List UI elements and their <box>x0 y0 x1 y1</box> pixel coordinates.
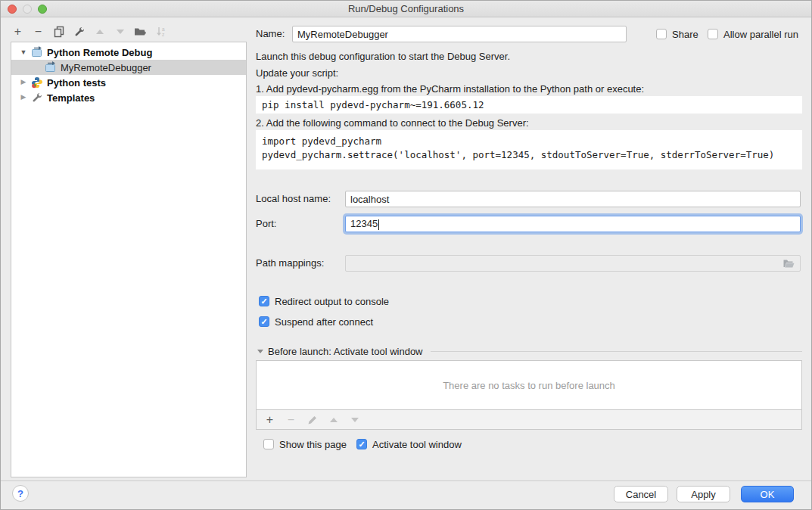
move-up-icon <box>93 26 106 39</box>
tree-item-python-tests[interactable]: ▶ Python tests <box>11 75 246 90</box>
close-window-button[interactable] <box>8 5 17 14</box>
activate-tool-window-checkbox-row[interactable]: ✓ Activate tool window <box>356 438 462 450</box>
wrench-icon <box>31 92 43 104</box>
text-caret <box>378 219 379 230</box>
name-label: Name: <box>256 26 285 42</box>
path-mappings-input[interactable] <box>345 255 801 272</box>
suspend-after-connect-checkbox-row[interactable]: ✓ Suspend after connect <box>259 316 373 328</box>
zoom-window-button[interactable] <box>38 5 47 14</box>
instructions-step2: 2. Add the following command to connect … <box>256 117 529 129</box>
remote-debug-icon <box>45 61 57 73</box>
redirect-output-checkbox-row[interactable]: ✓ Redirect output to console <box>259 295 389 307</box>
help-button[interactable]: ? <box>12 485 29 502</box>
svg-text:z: z <box>162 32 164 37</box>
remote-debug-icon <box>31 46 43 58</box>
suspend-after-connect-label: Suspend after connect <box>275 316 373 328</box>
before-launch-task-list[interactable]: There are no tasks to run before launch <box>256 360 802 410</box>
configurations-tree: ▼ Python Remote Debug MyRemoteDebugger ▶… <box>11 42 247 477</box>
share-checkbox-row[interactable]: Share <box>656 28 698 40</box>
svg-text:a: a <box>162 26 165 32</box>
local-host-name-label: Local host name: <box>256 191 331 207</box>
tree-item-label: Python Remote Debug <box>47 47 152 58</box>
activate-tool-window-label: Activate tool window <box>372 439 462 450</box>
local-host-name-input[interactable] <box>345 191 801 207</box>
expand-arrow-icon[interactable]: ▼ <box>20 48 27 56</box>
move-down-icon <box>114 26 126 39</box>
cancel-button[interactable]: Cancel <box>614 486 668 502</box>
allow-parallel-run-label: Allow parallel run <box>723 29 798 40</box>
before-launch-header[interactable]: Before launch: Activate tool window <box>257 346 802 357</box>
window-title: Run/Debug Configurations <box>1 1 811 17</box>
collapse-arrow-icon[interactable]: ▶ <box>20 93 27 102</box>
redirect-output-label: Redirect output to console <box>275 296 389 307</box>
copy-icon[interactable] <box>52 26 65 39</box>
share-checkbox[interactable] <box>656 29 667 39</box>
collapse-arrow-icon[interactable]: ▶ <box>20 78 27 87</box>
move-task-down-icon <box>348 413 361 426</box>
show-this-page-checkbox[interactable] <box>263 439 274 449</box>
footer-divider <box>1 480 811 481</box>
new-folder-icon[interactable] <box>134 26 147 39</box>
before-launch-title: Before launch: Activate tool window <box>268 346 423 357</box>
configurations-toolbar: + − az <box>11 24 167 39</box>
tree-item-python-remote-debug[interactable]: ▼ Python Remote Debug <box>11 45 246 60</box>
show-this-page-checkbox-row[interactable]: Show this page <box>263 438 347 450</box>
settrace-line2: pydevd_pycharm.settrace('localhost', por… <box>262 148 796 162</box>
before-launch-toolbar: + − <box>256 410 802 430</box>
allow-parallel-run-checkbox[interactable] <box>708 29 718 39</box>
redirect-output-checkbox[interactable]: ✓ <box>259 296 269 306</box>
settrace-line1: import pydevd_pycharm <box>262 135 796 148</box>
add-icon[interactable]: + <box>11 26 24 39</box>
collapse-section-icon[interactable] <box>257 350 263 353</box>
remove-icon[interactable]: − <box>32 26 45 39</box>
pip-install-command[interactable]: pip install pydevd-pycharm~=191.6605.12 <box>256 96 802 114</box>
suspend-after-connect-checkbox[interactable]: ✓ <box>259 316 269 327</box>
apply-button[interactable]: Apply <box>677 486 730 502</box>
edit-task-icon <box>306 413 319 426</box>
edit-templates-icon[interactable] <box>73 26 86 39</box>
allow-parallel-run-checkbox-row[interactable]: Allow parallel run <box>708 28 798 40</box>
minimize-window-button <box>23 5 32 14</box>
show-this-page-label: Show this page <box>279 439 347 450</box>
share-label: Share <box>672 29 698 40</box>
no-tasks-message: There are no tasks to run before launch <box>443 380 615 391</box>
remove-task-icon: − <box>285 413 297 426</box>
sort-icon: az <box>154 26 167 39</box>
tree-item-label: Python tests <box>47 77 106 89</box>
run-debug-configurations-dialog: Run/Debug Configurations + − az ▼ <box>0 0 812 510</box>
instructions-line1: Launch this debug configuration to start… <box>256 51 510 62</box>
activate-tool-window-checkbox[interactable]: ✓ <box>356 439 367 449</box>
add-task-icon[interactable]: + <box>263 413 276 426</box>
titlebar: Run/Debug Configurations <box>1 1 811 17</box>
path-mappings-label: Path mappings: <box>256 255 324 272</box>
tree-item-label: Templates <box>47 92 95 104</box>
ok-button[interactable]: OK <box>741 486 794 502</box>
instructions-line2: Update your script: <box>256 67 338 79</box>
settrace-command[interactable]: import pydevd_pycharm pydevd_pycharm.set… <box>256 130 802 169</box>
instructions-step1: 1. Add pydevd-pycharm.egg from the PyCha… <box>256 83 644 95</box>
browse-folder-icon[interactable] <box>782 258 795 269</box>
name-input[interactable] <box>292 26 627 42</box>
port-label: Port: <box>256 216 276 232</box>
port-input[interactable]: 12345 <box>345 216 801 232</box>
tree-item-templates[interactable]: ▶ Templates <box>11 90 246 105</box>
python-icon <box>31 76 43 89</box>
tree-item-label: MyRemoteDebugger <box>61 62 151 73</box>
move-task-up-icon <box>327 413 340 426</box>
tree-item-myremotedebugger[interactable]: MyRemoteDebugger <box>11 60 246 75</box>
